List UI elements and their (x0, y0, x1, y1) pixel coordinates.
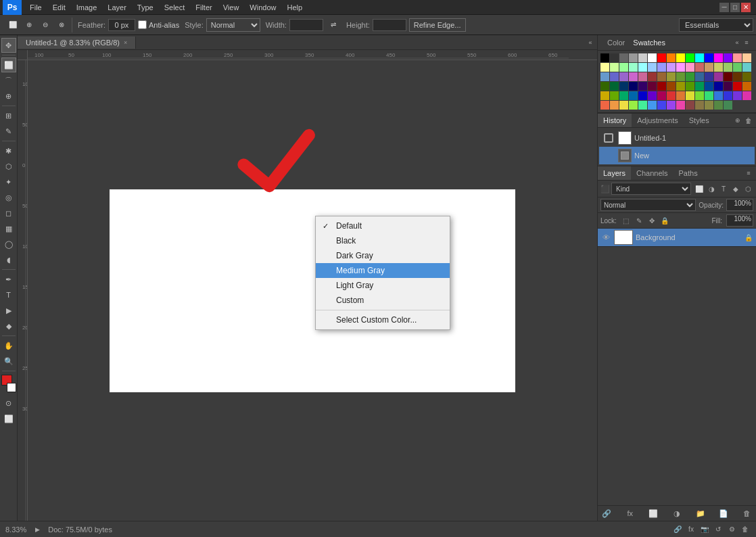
swatch-85[interactable] (648, 101, 657, 110)
lock-image-btn[interactable]: ✎ (634, 215, 644, 226)
swatch-67[interactable] (629, 91, 638, 100)
swatches-collapse-icon[interactable]: « (733, 39, 741, 47)
maximize-button[interactable]: □ (730, 3, 740, 12)
swatch-53[interactable] (648, 82, 657, 91)
menu-type[interactable]: Type (132, 2, 159, 13)
swatch-39[interactable] (667, 72, 676, 81)
history-new-btn[interactable]: ⊕ (733, 116, 742, 125)
swatch-29[interactable] (724, 63, 732, 72)
type-tool[interactable]: T (1, 287, 16, 302)
swatch-90[interactable] (695, 101, 704, 110)
clone-tool[interactable]: ✦ (1, 174, 16, 189)
menu-window[interactable]: Window (244, 2, 281, 13)
swatch-6[interactable] (657, 53, 666, 62)
subtract-selection-btn[interactable]: ⊖ (38, 18, 53, 32)
blur-tool[interactable]: ◯ (1, 237, 16, 252)
layers-adj-btn[interactable]: ◑ (671, 507, 683, 519)
swatch-55[interactable] (667, 82, 676, 91)
layers-panel-options[interactable]: ≡ (744, 168, 753, 178)
layers-delete-btn[interactable]: 🗑 (741, 507, 753, 519)
swatch-84[interactable] (638, 101, 647, 110)
swatch-30[interactable] (733, 63, 742, 72)
swatch-31[interactable] (742, 63, 751, 72)
swatch-64[interactable] (600, 91, 609, 100)
menu-layer[interactable]: Layer (102, 2, 132, 13)
swatch-54[interactable] (657, 82, 666, 91)
swatch-23[interactable] (667, 63, 676, 72)
tab-history[interactable]: History (598, 114, 632, 127)
menu-option-black[interactable]: Black (316, 233, 450, 248)
width-input[interactable] (289, 19, 323, 31)
tab-channels[interactable]: Channels (631, 166, 673, 180)
swatch-35[interactable] (629, 72, 638, 81)
background-color[interactable] (7, 383, 16, 392)
new-selection-btn[interactable]: ⬜ (5, 18, 20, 32)
document-tab[interactable]: Untitled-1 @ 8.33% (RGB/8) × (18, 37, 136, 49)
swatch-52[interactable] (638, 82, 647, 91)
tab-paths[interactable]: Paths (674, 166, 703, 180)
swatch-0[interactable] (600, 53, 609, 62)
crop-tool[interactable]: ⊞ (1, 108, 16, 123)
menu-select[interactable]: Select (159, 2, 191, 13)
swatch-5[interactable] (648, 53, 657, 62)
filter-adj-btn[interactable]: ◑ (706, 183, 717, 194)
lasso-tool[interactable]: ⌒ (1, 73, 16, 88)
swatch-62[interactable] (733, 82, 742, 91)
swatch-4[interactable] (638, 53, 647, 62)
filter-type-btn[interactable]: T (718, 183, 729, 194)
feather-input[interactable] (108, 19, 135, 31)
status-info-btn[interactable]: ▶ (32, 524, 43, 535)
swatch-49[interactable] (610, 82, 619, 91)
swap-width-height-btn[interactable]: ⇌ (326, 18, 341, 32)
style-select[interactable]: Normal Fixed Ratio Fixed Size (206, 18, 260, 32)
status-fx-icon[interactable]: fx (686, 524, 696, 535)
swatch-66[interactable] (619, 91, 628, 100)
swatch-70[interactable] (657, 91, 666, 100)
essentials-select[interactable]: Essentials (679, 18, 753, 32)
layers-link-btn[interactable]: 🔗 (600, 507, 613, 519)
swatch-74[interactable] (695, 91, 704, 100)
swatch-9[interactable] (686, 53, 694, 62)
swatch-87[interactable] (667, 101, 676, 110)
swatch-11[interactable] (705, 53, 713, 62)
swatch-13[interactable] (724, 53, 732, 62)
swatch-88[interactable] (676, 101, 685, 110)
menu-option-select-custom[interactable]: Select Custom Color... (316, 312, 450, 327)
swatch-1[interactable] (610, 53, 619, 62)
swatch-28[interactable] (714, 63, 723, 72)
swatch-51[interactable] (629, 82, 638, 91)
swatch-19[interactable] (629, 63, 638, 72)
layers-new-btn[interactable]: 📄 (717, 507, 730, 519)
lock-transparent-btn[interactable]: ⬚ (621, 215, 632, 226)
kind-select[interactable]: Kind (611, 183, 691, 195)
intersect-selection-btn[interactable]: ⊗ (54, 18, 69, 32)
menu-help[interactable]: Help (281, 2, 308, 13)
quick-mask-btn[interactable]: ⊙ (1, 396, 16, 411)
minimize-button[interactable]: ─ (719, 3, 729, 12)
history-delete-btn[interactable]: 🗑 (744, 116, 753, 125)
status-settings-icon[interactable]: ⚙ (726, 524, 737, 535)
swatch-17[interactable] (610, 63, 619, 72)
swatch-47[interactable] (742, 72, 751, 81)
anti-alias-checkbox[interactable] (138, 20, 147, 29)
swatch-71[interactable] (667, 91, 676, 100)
swatch-68[interactable] (638, 91, 647, 100)
filter-smart-btn[interactable]: ⬡ (742, 183, 753, 194)
swatch-3[interactable] (629, 53, 638, 62)
swatch-43[interactable] (705, 72, 713, 81)
menu-view[interactable]: View (218, 2, 245, 13)
swatch-93[interactable] (724, 101, 732, 110)
layer-eye-icon[interactable]: 👁 (600, 232, 611, 243)
swatch-83[interactable] (629, 101, 638, 110)
swatch-45[interactable] (724, 72, 732, 81)
swatch-38[interactable] (657, 72, 666, 81)
eraser-tool[interactable]: ◻ (1, 206, 16, 220)
swatch-15[interactable] (742, 53, 751, 62)
menu-option-dark-gray[interactable]: Dark Gray (316, 248, 450, 263)
path-select-tool[interactable]: ▶ (1, 303, 16, 318)
move-tool[interactable]: ✥ (1, 38, 16, 53)
height-input[interactable] (373, 19, 406, 31)
swatch-91[interactable] (705, 101, 713, 110)
swatch-81[interactable] (610, 101, 619, 110)
tab-close-icon[interactable]: × (124, 39, 127, 46)
